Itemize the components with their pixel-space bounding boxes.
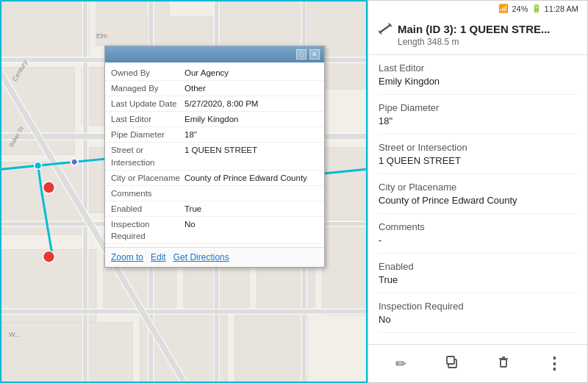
get-directions-link[interactable]: Get Directions [173,252,229,262]
svg-line-58 [380,25,390,32]
battery-icon: 🔋 [531,4,542,13]
delete-icon [496,354,511,373]
popup-row-value: Our Agency [184,67,229,79]
time-text: 11:28 AM [545,4,578,13]
mobile-panel: 📶 24% 🔋 11:28 AM Main (ID 3): 1 QUEEN ST… [368,0,588,383]
delete-button[interactable] [489,349,518,379]
mobile-title-text: Main (ID 3): 1 QUEEN STRE... [398,23,551,35]
popup-row: Last Update Date 5/27/2020, 8:00 PM [105,96,324,112]
mobile-field-value: - [379,235,577,246]
mobile-field: Inspection Required No [379,293,577,333]
popup-row-label: Pipe Diameter [111,129,184,140]
wifi-icon: 📶 [498,4,509,13]
svg-rect-62 [447,357,454,364]
popup-row: Managed By Other [105,81,324,96]
popup-row: Enabled True [105,201,324,217]
svg-rect-19 [1,323,133,382]
mobile-field-value: Emily Kingdon [379,76,577,87]
popup-row-label: Inspection Required [111,218,184,242]
popup-body: Owned By Our Agency Managed By Other Las… [105,62,324,247]
svg-point-49 [71,159,77,165]
mobile-field: Pipe Diameter 18" [379,95,577,135]
popup-row-label: Last Editor [111,113,184,125]
popup-row: Comments [105,186,324,201]
status-bar: 📶 24% 🔋 11:28 AM [368,1,587,16]
mobile-field-label: Enabled [379,261,577,272]
popup-row-value: Other [184,82,206,94]
popup-row-value: County of Prince Edward County [184,172,307,184]
mobile-field-value: 1 QUEEN STREET [379,155,577,166]
svg-text:Elm: Elm [96,32,107,40]
copy-button[interactable] [437,349,467,379]
edit-button[interactable]: ✏ [387,349,416,379]
popup-footer: Zoom to Edit Get Directions [105,247,324,267]
mobile-subtitle-text: Length 348.5 m [379,37,577,47]
edit-link[interactable]: Edit [151,252,166,262]
mobile-content[interactable]: Last Editor Emily Kingdon Pipe Diameter … [368,55,587,344]
map-popup: □ ✕ Owned By Our Agency Managed By Other… [104,46,325,268]
mobile-field-label: Last Editor [379,62,577,74]
popup-row-label: Comments [111,187,184,199]
svg-text:W...: W... [9,331,20,338]
mobile-header: Main (ID 3): 1 QUEEN STRE... Length 348.… [368,16,587,55]
popup-row-label: Owned By [111,67,184,79]
zoom-to-link[interactable]: Zoom to [111,252,143,262]
mobile-field-label: Comments [379,221,577,232]
popup-row-value: Emily Kingdon [184,113,239,125]
popup-row: Inspection Required No [105,217,324,244]
mobile-title: Main (ID 3): 1 QUEEN STRE... [379,22,577,35]
mobile-field-label: Inspection Required [379,301,577,312]
popup-row-label: City or Placename [111,172,184,184]
svg-point-40 [35,162,42,169]
mobile-field: Enabled True [379,254,577,293]
popup-row-label: Street or Intersection [111,144,184,168]
popup-row-label: Managed By [111,82,184,94]
svg-point-47 [43,182,55,193]
popup-row-label: Enabled [111,203,184,215]
popup-row: Last Editor Emily Kingdon [105,112,324,127]
popup-titlebar: □ ✕ [105,46,324,62]
pipe-segment-icon [379,22,392,35]
svg-rect-1 [1,1,89,60]
popup-row: Street or Intersection 1 QUEEN STREET [105,143,324,170]
svg-point-48 [43,251,55,262]
copy-icon [445,354,459,373]
popup-row-value: 1 QUEEN STREET [184,144,257,168]
popup-row-value: 5/27/2020, 8:00 PM [184,98,258,110]
map-container[interactable]: Century Elm Baker St W... □ ✕ Owned By O… [0,0,368,383]
mobile-toolbar: ✏ ⋮ [368,344,587,382]
popup-row-value: 18" [184,129,197,140]
signal-text: 24% [512,4,528,13]
popup-row: Pipe Diameter 18" [105,127,324,143]
mobile-field: Street or Intersection 1 QUEEN STREET [379,135,577,174]
mobile-field-value: County of Prince Edward County [379,195,577,206]
popup-row: City or Placename County of Prince Edwar… [105,171,324,186]
popup-row-label: Last Update Date [111,98,184,110]
more-button[interactable]: ⋮ [539,349,569,379]
mobile-field-label: Pipe Diameter [379,102,577,113]
mobile-field-value: No [379,314,577,325]
more-icon: ⋮ [546,354,563,373]
mobile-field: Comments - [379,214,577,254]
svg-rect-63 [501,359,506,367]
mobile-field: City or Placename County of Prince Edwar… [379,174,577,214]
mobile-field-value: True [379,274,577,285]
svg-rect-18 [322,228,366,315]
popup-row-value: No [184,218,196,242]
status-icons: 📶 24% 🔋 11:28 AM [498,4,578,13]
popup-minimize-button[interactable]: □ [296,49,306,60]
edit-icon: ✏ [395,356,406,372]
mobile-field-label: City or Placename [379,182,577,193]
svg-rect-21 [234,315,307,382]
popup-row-value: True [184,203,201,215]
mobile-field: Last Editor Emily Kingdon [379,55,577,95]
popup-row: Owned By Our Agency [105,65,324,81]
popup-close-button[interactable]: ✕ [309,49,320,60]
mobile-field-value: 18" [379,115,577,126]
mobile-field-label: Street or Intersection [379,142,577,153]
